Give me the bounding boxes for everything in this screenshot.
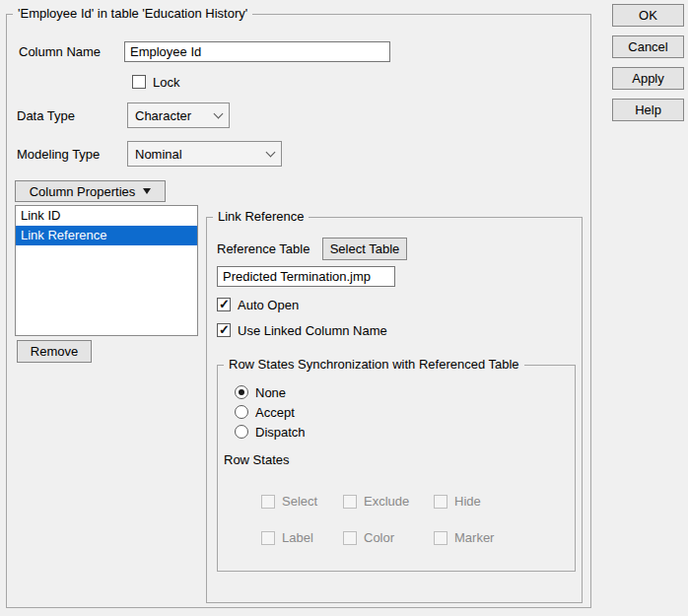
check-icon: ✓ (219, 322, 230, 338)
remove-button[interactable]: Remove (17, 340, 92, 363)
modeling-type-select[interactable]: Nominal (127, 141, 282, 167)
sync-dispatch-label: Dispatch (255, 425, 306, 440)
modeling-type-label: Modeling Type (17, 147, 127, 162)
sync-dispatch-radio[interactable] (235, 425, 248, 439)
sync-none-radio[interactable] (235, 385, 248, 399)
exclude-state-label: Exclude (364, 494, 409, 509)
state-hide-cell: Hide (434, 494, 481, 509)
dropdown-arrow-icon (143, 188, 151, 194)
label-state-label: Label (282, 530, 313, 545)
data-type-value: Character (135, 108, 205, 123)
column-properties-button[interactable]: Column Properties (15, 180, 166, 202)
data-type-row: Data Type Character (17, 103, 230, 128)
select-state-checkbox (261, 495, 275, 509)
list-item-link-reference[interactable]: Link Reference (16, 226, 197, 245)
use-linked-column-name-checkbox[interactable]: ✓ (217, 323, 231, 337)
column-name-row: Column Name (19, 40, 390, 62)
data-type-label: Data Type (17, 108, 127, 123)
state-select-cell: Select (261, 494, 317, 509)
row-states-sync-legend: Row States Synchronization with Referenc… (224, 357, 524, 373)
marker-state-checkbox (434, 531, 447, 545)
dialog-group: 'Employee Id' in table 'Education Histor… (6, 14, 591, 608)
exclude-state-checkbox (343, 495, 357, 509)
check-icon: ✓ (219, 297, 230, 312)
select-table-button[interactable]: Select Table (322, 238, 407, 260)
reference-table-label: Reference Table (217, 241, 322, 256)
column-name-label: Column Name (19, 44, 124, 59)
color-state-checkbox (343, 531, 357, 545)
auto-open-checkbox[interactable]: ✓ (217, 298, 231, 311)
sync-accept-radio[interactable] (235, 405, 248, 419)
state-color-cell: Color (343, 530, 394, 545)
reference-table-input[interactable] (217, 266, 395, 287)
lock-label: Lock (153, 75, 179, 90)
sync-none-label: None (255, 385, 286, 400)
row-states-sync-group: Row States Synchronization with Referenc… (217, 365, 576, 572)
column-properties-label: Column Properties (30, 184, 136, 199)
apply-button[interactable]: Apply (612, 67, 684, 90)
modeling-type-row: Modeling Type Nominal (17, 141, 282, 167)
label-state-checkbox (261, 531, 275, 545)
dialog-title: 'Employee Id' in table 'Education Histor… (13, 6, 252, 22)
lock-checkbox[interactable] (132, 75, 146, 89)
select-state-label: Select (282, 494, 317, 509)
auto-open-label: Auto Open (238, 298, 299, 312)
state-marker-cell: Marker (434, 530, 494, 545)
modeling-type-value: Nominal (135, 147, 257, 162)
state-label-cell: Label (261, 530, 313, 545)
row-states-label: Row States (224, 452, 289, 467)
hide-state-label: Hide (454, 494, 481, 509)
list-item-link-id[interactable]: Link ID (16, 206, 197, 226)
cancel-button[interactable]: Cancel (612, 35, 684, 58)
ok-button[interactable]: OK (612, 4, 684, 27)
reference-table-row: Reference Table Select Table (217, 238, 407, 260)
data-type-select[interactable]: Character (127, 103, 230, 128)
chevron-down-icon (266, 148, 276, 158)
link-reference-group: Link Reference Reference Table Select Ta… (206, 217, 583, 603)
hide-state-checkbox (434, 495, 447, 509)
marker-state-label: Marker (454, 530, 494, 545)
sync-accept-row: Accept (235, 404, 295, 420)
state-exclude-cell: Exclude (343, 494, 409, 509)
auto-open-row: ✓ Auto Open (217, 297, 299, 312)
sync-none-row: None (235, 384, 286, 400)
lock-row: Lock (132, 74, 179, 90)
use-linked-column-name-row: ✓ Use Linked Column Name (217, 322, 387, 338)
column-properties-list[interactable]: Link ID Link Reference (15, 205, 198, 336)
sync-dispatch-row: Dispatch (235, 424, 306, 440)
color-state-label: Color (364, 530, 394, 545)
sync-accept-label: Accept (255, 405, 295, 420)
use-linked-column-name-label: Use Linked Column Name (238, 323, 387, 338)
help-button[interactable]: Help (612, 99, 684, 121)
column-name-input[interactable] (124, 41, 390, 62)
chevron-down-icon (214, 109, 224, 119)
link-reference-legend: Link Reference (213, 209, 309, 225)
